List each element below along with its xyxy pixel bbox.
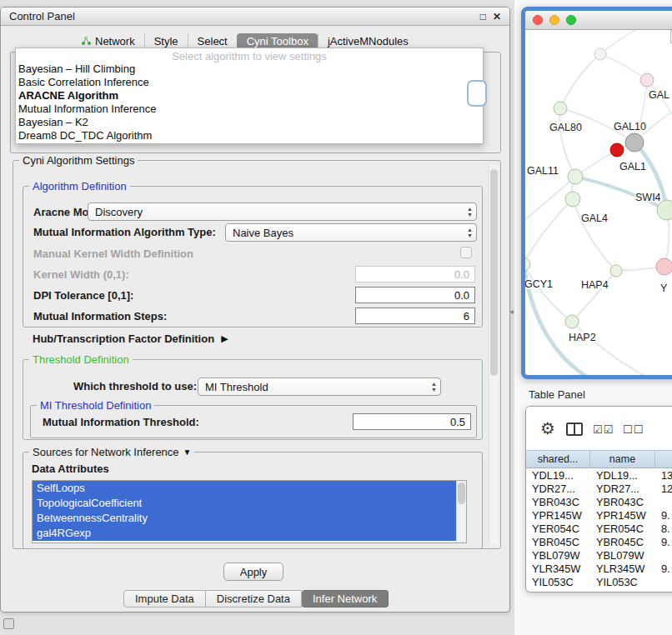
algorithm-option[interactable]: Bayesian – K2: [16, 116, 483, 129]
column-header-name[interactable]: name: [590, 451, 655, 468]
tab-select[interactable]: Select: [188, 33, 237, 49]
table-cell: YPR145W: [590, 508, 655, 522]
attribute-item-selected[interactable]: SelfLoops: [33, 481, 456, 496]
deselect-all-icon[interactable]: ☐☐: [623, 423, 644, 436]
tab-infer-network[interactable]: Infer Network: [302, 590, 389, 608]
attribute-item-selected[interactable]: gal4RGexp: [33, 526, 456, 541]
gear-icon[interactable]: ⚙: [540, 420, 555, 437]
network-edge[interactable]: [525, 199, 573, 264]
tab-label: Discretize Data: [217, 592, 290, 605]
scrollbar-thumb[interactable]: [490, 169, 498, 376]
mi-threshold-field[interactable]: 0.5: [353, 413, 471, 430]
tab-impute-data[interactable]: Impute Data: [123, 590, 206, 608]
network-node[interactable]: [554, 102, 567, 115]
algorithm-definition-group: Algorithm Definition Aracne Mode: Discov…: [23, 186, 483, 328]
collapse-down-icon: ▼: [183, 448, 192, 457]
combo-value: Naive Bayes: [233, 227, 293, 239]
network-edge[interactable]: [560, 54, 600, 108]
network-edge[interactable]: [600, 30, 644, 54]
network-edge[interactable]: [600, 54, 647, 80]
float-window-icon[interactable]: □: [480, 11, 486, 22]
select-all-icon[interactable]: ☑☑: [593, 423, 614, 436]
network-node[interactable]: [640, 73, 654, 87]
mi-steps-field[interactable]: 6: [355, 308, 475, 324]
tab-network[interactable]: Network: [72, 33, 144, 49]
close-icon[interactable]: ✕: [493, 11, 501, 22]
node-label: Y: [660, 282, 668, 294]
network-window-titlebar[interactable]: [525, 11, 672, 30]
network-canvas[interactable]: GALGAL80GAL10GAL11GAL1SWI4GAL4GCY1HAP4YH…: [525, 30, 672, 375]
attribute-item-selected[interactable]: TopologicalCoefficient: [33, 496, 456, 511]
algorithm-option[interactable]: Bayesian – Hill Climbing: [16, 62, 483, 76]
data-attributes-list[interactable]: SelfLoopsTopologicalCoefficientBetweenne…: [32, 480, 467, 543]
aracne-mode-select[interactable]: Discovery ▲▼: [88, 202, 477, 221]
zoom-traffic-light-icon[interactable]: [566, 15, 576, 25]
network-node[interactable]: [625, 133, 644, 152]
bottom-left-icon[interactable]: [3, 618, 14, 629]
network-node[interactable]: [610, 265, 622, 277]
network-edge[interactable]: [572, 322, 646, 375]
network-node[interactable]: [656, 258, 672, 275]
which-threshold-select[interactable]: MI Threshold ▲▼: [198, 378, 441, 396]
close-traffic-light-icon[interactable]: [533, 15, 543, 25]
settings-group-title: Cyni Algorithm Settings: [19, 154, 138, 167]
scrollbar-thumb[interactable]: [458, 482, 465, 504]
focus-ring-fragment: [467, 80, 487, 107]
network-node[interactable]: [594, 48, 606, 60]
network-edge[interactable]: [647, 80, 672, 130]
tab-cyni-toolbox[interactable]: Cyni Toolbox: [237, 33, 318, 49]
settings-scrollbar[interactable]: [489, 164, 499, 545]
dpi-tolerance-field[interactable]: 0.0: [355, 287, 475, 303]
network-node[interactable]: [565, 315, 579, 328]
mi-type-select[interactable]: Naive Bayes ▲▼: [225, 223, 477, 242]
apply-button[interactable]: Apply: [223, 562, 283, 581]
combo-value: Discovery: [95, 206, 143, 218]
data-attributes-label: Data Attributes: [32, 462, 109, 475]
table-cell: YBL079W: [590, 548, 655, 562]
column-header-clipped[interactable]: [655, 451, 672, 468]
combo-arrows-icon: ▲▼: [467, 206, 473, 218]
attribute-item-selected[interactable]: BetweennessCentrality: [33, 511, 456, 526]
node-label: GCY1: [525, 278, 553, 290]
node-label: GAL80: [549, 122, 582, 133]
table-row[interactable]: YBR043CYBR043C: [526, 495, 672, 508]
tab-label: Network: [95, 35, 135, 48]
manual-kernel-checkbox[interactable]: [460, 247, 472, 258]
network-edge[interactable]: [573, 199, 616, 271]
sources-group-title[interactable]: Sources for Network Inference ▼: [29, 446, 194, 458]
node-label: HAP2: [569, 332, 596, 343]
table-row[interactable]: YLR345WYLR345W9.: [526, 562, 672, 575]
network-node[interactable]: [525, 258, 530, 271]
network-node[interactable]: [565, 192, 580, 207]
table-row[interactable]: YDL19...YDL19...13: [526, 468, 672, 482]
columns-icon[interactable]: [566, 422, 583, 436]
hub-section-toggle[interactable]: Hub/Transcription Factor Definition ▶: [33, 332, 228, 345]
manual-kernel-label: Manual Kernel Width Definition: [33, 248, 193, 260]
mi-type-label: Mutual Information Algorithm Type:: [33, 226, 216, 238]
tab-style[interactable]: Style: [144, 33, 188, 49]
algorithm-option[interactable]: Dream8 DC_TDC Algorithm: [16, 129, 483, 142]
splitter-collapse-arrow[interactable]: ◂: [509, 307, 514, 316]
algorithm-option[interactable]: Mutual Information Inference: [16, 102, 483, 116]
algorithm-dropdown-popup: Select algorithm to view settings Bayesi…: [15, 48, 484, 144]
table-row[interactable]: YIL053CYIL053C: [526, 575, 672, 588]
network-node[interactable]: [568, 169, 583, 184]
network-edge[interactable]: [559, 108, 575, 177]
network-edge[interactable]: [525, 264, 572, 322]
table-row[interactable]: YBR045CYBR045C9.: [526, 535, 672, 548]
tab-discretize-data[interactable]: Discretize Data: [206, 590, 302, 608]
control-panel-titlebar[interactable]: Control Panel □ ✕: [1, 8, 509, 26]
node-label: GAL11: [527, 165, 559, 177]
minimize-traffic-light-icon[interactable]: [549, 15, 559, 25]
table-row[interactable]: YBL079WYBL079W: [526, 548, 672, 562]
algorithm-option[interactable]: ARACNE Algorithm: [16, 89, 483, 102]
table-row[interactable]: YPR145WYPR145W9.: [526, 508, 672, 522]
table-row[interactable]: YER054CYER054C8.: [526, 522, 672, 535]
tab-jactivemnodules[interactable]: jActiveMNodules: [318, 33, 418, 49]
attributes-scrollbar[interactable]: [456, 481, 466, 542]
network-node[interactable]: [610, 143, 624, 157]
table-cell: YBR045C: [526, 535, 590, 548]
column-header-shared-name[interactable]: shared...: [526, 451, 590, 468]
table-row[interactable]: YDR27...YDR27...12: [526, 482, 672, 495]
algorithm-option[interactable]: Basic Correlation Inference: [16, 76, 483, 89]
